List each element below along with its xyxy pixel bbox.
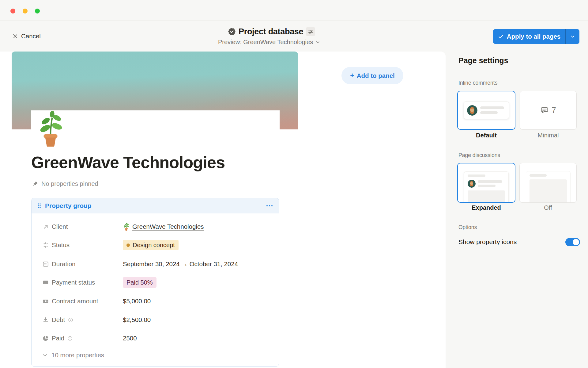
status-spinner-icon (42, 241, 49, 249)
sliders-icon (307, 29, 314, 35)
option-label-off: Off (519, 204, 577, 211)
property-label[interactable]: Paid (52, 335, 73, 342)
page-preview-panel: GreenWave Technologies No properties pin… (0, 52, 446, 368)
show-property-icons-toggle[interactable] (565, 238, 580, 246)
close-button[interactable] (10, 9, 15, 13)
skeleton-lines (480, 106, 504, 114)
property-value-duration[interactable]: September 30, 2024 → October 31, 2024 (123, 260, 238, 268)
zoom-button[interactable] (35, 9, 40, 13)
property-label[interactable]: Duration (52, 260, 76, 268)
property-label[interactable]: Client (52, 223, 68, 230)
property-value-contract[interactable]: $5,000.00 (123, 297, 151, 305)
page-title-group: Project database (228, 26, 315, 37)
skeleton-line (478, 180, 502, 183)
apply-dropdown-button[interactable] (566, 29, 579, 44)
skeleton-comment-row (468, 180, 505, 188)
property-row-client: Client GreenWave Technologies (32, 221, 279, 232)
toggle-knob (573, 239, 579, 245)
more-properties-toggle[interactable]: 10 more properties (42, 350, 104, 360)
property-value-paid[interactable]: 2500 (123, 335, 137, 342)
minimize-button[interactable] (23, 9, 28, 13)
property-row-paid: Paid 2500 (32, 333, 279, 343)
comment-preview-card (464, 102, 509, 119)
skeleton-line (480, 106, 504, 109)
skeleton-line (468, 174, 485, 177)
property-group-menu-button[interactable] (266, 205, 273, 207)
skeleton-lines (478, 180, 502, 187)
chevron-down-icon (570, 34, 575, 39)
x-icon (12, 33, 18, 39)
seal-check-icon (228, 28, 236, 36)
ellipsis-icon (266, 205, 273, 207)
app-window: Cancel Project database Preview: GreenWa… (0, 0, 588, 368)
property-row-debt: Debt $2,500.00 (32, 315, 279, 325)
arrow-up-right-icon (42, 223, 49, 230)
property-row-payment-status: Payment status Paid 50% (32, 277, 279, 288)
payment-badge-label: Paid 50% (126, 279, 153, 286)
property-row-contract-amount: Contract amount $5,000.00 (32, 296, 279, 306)
status-badge-label: Design concept (133, 242, 175, 249)
inline-comments-label: Inline comments (458, 80, 497, 86)
debt-amount: $2,500.00 (123, 316, 151, 324)
customize-settings-button[interactable] (306, 27, 315, 36)
skeleton-block (530, 179, 567, 203)
avatar (468, 180, 476, 188)
pinned-note-label: No properties pinned (41, 180, 98, 187)
inline-comments-option-minimal[interactable]: 7 (520, 91, 577, 130)
apply-main[interactable]: Apply to all pages (493, 29, 565, 44)
potted-plant-emoji (123, 223, 130, 231)
inline-comments-option-default[interactable] (457, 91, 515, 130)
pushpin-icon (32, 181, 38, 187)
download-icon (42, 316, 49, 324)
duration-range: September 30, 2024 → October 31, 2024 (123, 260, 238, 268)
option-label-default: Default (457, 132, 515, 139)
avatar (467, 105, 477, 116)
property-value-client[interactable]: GreenWave Technologies (123, 223, 204, 231)
debt-label: Debt (52, 316, 65, 324)
apply-label: Apply to all pages (507, 33, 560, 40)
property-value-status[interactable]: Design concept (123, 240, 179, 250)
property-value-debt[interactable]: $2,500.00 (123, 316, 151, 324)
check-icon (498, 34, 504, 40)
options-section-label: Options (458, 224, 477, 231)
preview-selector[interactable]: Preview: GreenWave Technologies (218, 38, 320, 46)
page-discussions-option-expanded[interactable] (457, 163, 515, 203)
property-row-status: Status Design concept (32, 240, 279, 250)
pie-chart-icon (42, 335, 49, 342)
property-label[interactable]: Payment status (52, 279, 95, 286)
calendar-icon (42, 260, 49, 268)
payment-status-badge[interactable]: Paid 50% (123, 277, 156, 288)
property-value-payment[interactable]: Paid 50% (123, 277, 156, 288)
cancel-button[interactable]: Cancel (12, 31, 41, 42)
option-label-expanded: Expanded (457, 204, 515, 211)
show-property-icons-label: Show property icons (458, 238, 517, 246)
info-icon[interactable] (68, 317, 74, 323)
page-discussions-option-off[interactable] (519, 163, 577, 203)
status-badge[interactable]: Design concept (123, 240, 179, 250)
property-group-header[interactable]: Property group (32, 198, 279, 213)
status-dot (126, 243, 130, 247)
page-settings-title: Page settings (458, 56, 508, 65)
database-title: Project database (239, 27, 303, 36)
comment-bubble-icon (540, 106, 549, 115)
property-label[interactable]: Contract amount (52, 297, 98, 305)
property-label[interactable]: Debt (52, 316, 74, 324)
property-group-title: Property group (45, 202, 92, 209)
pinned-properties-note: No properties pinned (32, 180, 98, 187)
preview-label: Preview: GreenWave Technologies (218, 39, 313, 46)
discussion-preview-card (464, 171, 509, 203)
drag-handle-icon[interactable] (37, 203, 41, 209)
discussion-off-preview-card (526, 171, 571, 203)
apply-to-all-pages-button[interactable]: Apply to all pages (493, 29, 579, 44)
more-properties-label: 10 more properties (51, 351, 104, 359)
add-to-panel-label: Add to panel (357, 72, 395, 79)
contract-amount: $5,000.00 (123, 297, 151, 305)
property-group-card: Property group Client GreenWave Technolo… (31, 198, 279, 367)
client-page-link[interactable]: GreenWave Technologies (132, 223, 204, 230)
property-label[interactable]: Status (52, 241, 70, 249)
info-icon[interactable] (67, 335, 73, 341)
property-row-duration: Duration September 30, 2024 → October 31… (32, 259, 279, 269)
page-title: GreenWave Technologies (31, 153, 225, 172)
page-discussions-label: Page discussions (458, 152, 500, 159)
add-to-panel-button[interactable]: + Add to panel (341, 67, 403, 84)
